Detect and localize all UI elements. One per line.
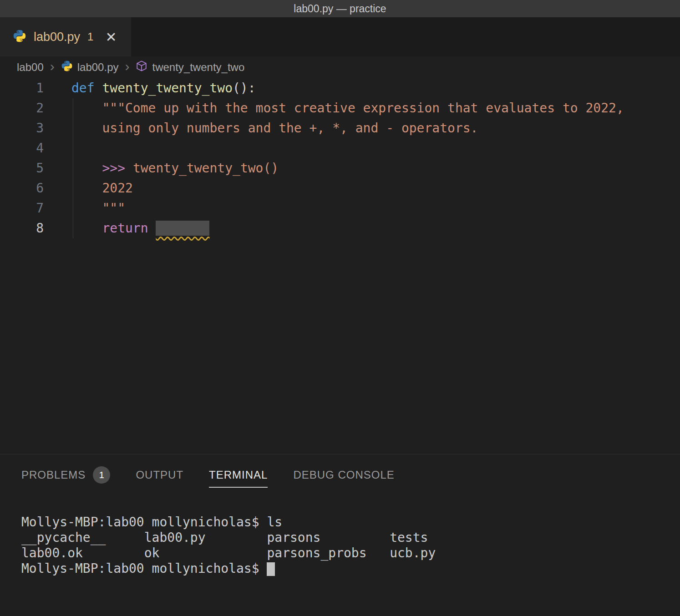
titlebar: lab00.py — practice	[0, 0, 680, 17]
code-text: >>> twenty_twenty_two()	[44, 158, 279, 178]
close-icon[interactable]: ✕	[105, 29, 117, 45]
code-text: 2022	[44, 178, 133, 198]
code-text: def twenty_twenty_two():	[44, 78, 256, 98]
terminal-line: __pycache__ lab00.py parsons tests	[21, 530, 680, 545]
code-text: """	[44, 198, 125, 218]
panel-tab-label: TERMINAL	[209, 469, 268, 481]
code-text: return	[44, 218, 209, 238]
line-number: 3	[0, 118, 44, 138]
panel-tab-label: DEBUG CONSOLE	[293, 469, 394, 481]
python-icon	[13, 29, 26, 45]
tab-problem-count: 1	[87, 30, 93, 43]
selection-warning-squiggle	[156, 221, 209, 236]
code-line[interactable]: 8 return	[0, 218, 680, 238]
terminal-cursor	[267, 562, 275, 576]
problems-badge: 1	[93, 466, 110, 484]
panel-tab-debug-console[interactable]: DEBUG CONSOLE	[293, 469, 394, 488]
code-line[interactable]: 4	[0, 138, 680, 158]
tab-lab00py[interactable]: lab00.py 1 ✕	[0, 17, 131, 56]
line-number: 6	[0, 178, 44, 198]
bottom-panel: PROBLEMS1OUTPUTTERMINALDEBUG CONSOLE Mol…	[0, 454, 680, 616]
code-text: using only numbers and the +, *, and - o…	[44, 118, 478, 138]
vscode-window: lab00.py — practice lab00.py 1 ✕ lab00 ›	[0, 0, 680, 616]
breadcrumb-item-folder[interactable]: lab00	[17, 61, 44, 74]
panel-tab-label: OUTPUT	[136, 469, 183, 481]
terminal-line: lab00.ok ok parsons_probs ucb.py	[21, 545, 680, 561]
code-line[interactable]: 6 2022	[0, 178, 680, 198]
code-line[interactable]: 7 """	[0, 198, 680, 218]
chevron-right-icon: ›	[49, 60, 56, 75]
line-number: 5	[0, 158, 44, 178]
line-number: 1	[0, 78, 44, 98]
panel-tab-terminal[interactable]: TERMINAL	[209, 469, 268, 488]
tab-bar: lab00.py 1 ✕	[0, 17, 680, 56]
panel-tab-output[interactable]: OUTPUT	[136, 469, 183, 488]
tab-label: lab00.py	[34, 30, 80, 44]
code-editor[interactable]: 1def twenty_twenty_two():2 """Come up wi…	[0, 78, 680, 454]
panel-tab-problems[interactable]: PROBLEMS1	[21, 466, 110, 490]
indent-guide	[73, 98, 73, 238]
terminal-line: Mollys-MBP:lab00 mollynicholas$	[21, 561, 680, 576]
breadcrumb-item-symbol[interactable]: twenty_twenty_two	[136, 60, 244, 75]
terminal-output[interactable]: Mollys-MBP:lab00 mollynicholas$ ls__pyca…	[0, 490, 680, 576]
breadcrumb-item-file[interactable]: lab00.py	[61, 60, 119, 75]
python-icon	[61, 60, 73, 75]
code-line[interactable]: 3 using only numbers and the +, *, and -…	[0, 118, 680, 138]
line-number: 2	[0, 98, 44, 118]
breadcrumb: lab00 › lab00.py › twenty_twenty_two	[0, 56, 680, 78]
code-line[interactable]: 2 """Come up with the most creative expr…	[0, 98, 680, 118]
panel-tab-label: PROBLEMS	[21, 469, 86, 481]
panel-tabs: PROBLEMS1OUTPUTTERMINALDEBUG CONSOLE	[0, 454, 680, 490]
code-line[interactable]: 1def twenty_twenty_two():	[0, 78, 680, 98]
terminal-line: Mollys-MBP:lab00 mollynicholas$ ls	[21, 515, 680, 530]
line-number: 8	[0, 218, 44, 238]
line-number: 4	[0, 138, 44, 158]
symbol-cube-icon	[136, 60, 147, 75]
line-number: 7	[0, 198, 44, 218]
code-line[interactable]: 5 >>> twenty_twenty_two()	[0, 158, 680, 178]
window-title: lab00.py — practice	[294, 3, 386, 15]
code-text: """Come up with the most creative expres…	[44, 98, 624, 118]
code-text	[44, 138, 71, 158]
code-lines: 1def twenty_twenty_two():2 """Come up wi…	[0, 78, 680, 238]
chevron-right-icon: ›	[124, 60, 130, 75]
